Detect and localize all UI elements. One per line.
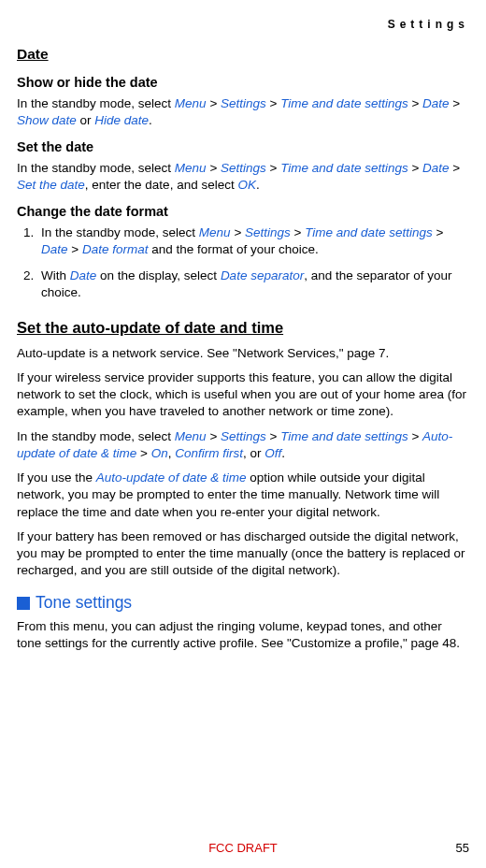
footer-draft-label: FCC DRAFT [0,840,486,857]
auto-update-p1: Auto-update is a network service. See "N… [17,345,469,362]
show-hide-date-text: In the standby mode, select Menu > Setti… [17,95,469,129]
separator: > [136,446,150,460]
time-date-settings-link: Time and date settings [280,96,407,110]
separator: > [408,96,422,110]
settings-link: Settings [221,429,266,443]
text-fragment: . [149,113,152,127]
auto-update-heading: Set the auto-update of date and time [17,317,469,338]
text-fragment: . [256,178,260,192]
hide-date-link: Hide date [94,113,149,127]
separator: > [450,161,461,175]
time-date-settings-link: Time and date settings [280,161,407,175]
menu-link: Menu [175,429,207,443]
separator: > [266,429,280,443]
date-separator-link: Date separator [221,268,304,282]
auto-update-p4: If you use the Auto-update of date & tim… [17,470,469,521]
settings-link: Settings [221,96,266,110]
square-bullet-icon [17,597,30,610]
change-date-format-heading: Change the date format [17,203,469,222]
date-link: Date [41,242,68,256]
text-fragment: , enter the date, and select [85,178,238,192]
separator: > [207,96,221,110]
time-date-settings-link: Time and date settings [280,429,407,443]
ok-link: OK [237,178,256,192]
auto-update-p5: If your battery has been removed or has … [17,528,469,580]
text-fragment: In the standby mode, select [17,429,175,443]
separator: > [266,96,280,110]
menu-link: Menu [199,225,231,239]
confirm-first-link: Confirm first [175,446,243,460]
list-item: With Date on the display, select Date se… [37,268,469,301]
show-hide-date-heading: Show or hide the date [17,74,469,93]
auto-update-p2: If your wireless service provider suppor… [17,369,469,421]
settings-link: Settings [221,161,266,175]
text-fragment: , or [243,446,264,460]
separator: > [68,242,82,256]
off-link: Off [264,446,281,460]
auto-update-link: Auto-update of date & time [96,470,247,485]
tone-settings-heading: Tone settings [17,592,469,615]
change-date-format-list: In the standby mode, select Menu > Setti… [17,224,469,302]
menu-link: Menu [175,96,207,110]
separator: > [450,96,461,110]
separator: > [207,161,221,175]
date-link: Date [70,268,97,282]
separator: > [408,429,422,443]
text-fragment: . [281,446,285,460]
date-link: Date [422,96,450,110]
date-heading: Date [17,45,469,65]
text-fragment: and the format of your choice. [148,242,318,256]
separator: > [433,225,444,239]
set-date-heading: Set the date [17,138,469,157]
page-number: 55 [456,840,469,857]
text-fragment: In the standby mode, select [17,161,175,175]
settings-link: Settings [245,225,291,239]
tone-settings-text: From this menu, you can adjust the ringi… [17,618,469,652]
separator: > [231,225,245,239]
menu-link: Menu [175,161,207,175]
set-the-date-link: Set the date [17,178,85,192]
running-header: Settings [17,17,469,32]
list-item: In the standby mode, select Menu > Setti… [37,224,469,258]
text-fragment: In the standby mode, select [17,96,175,110]
auto-update-p3: In the standby mode, select Menu > Setti… [17,428,469,462]
separator: > [291,225,305,239]
text-fragment: With [41,268,70,282]
text-fragment: If you use the [17,470,96,485]
show-date-link: Show date [17,113,77,127]
tone-settings-title: Tone settings [36,592,132,615]
date-link: Date [422,161,450,175]
separator: > [408,161,422,175]
text-fragment: In the standby mode, select [41,225,199,239]
on-link: On [151,446,168,460]
text-fragment: or [77,113,95,127]
date-format-link: Date format [82,242,149,256]
separator: > [207,429,221,443]
text-fragment: on the display, select [96,268,221,282]
separator: > [266,161,280,175]
set-date-text: In the standby mode, select Menu > Setti… [17,160,469,194]
time-date-settings-link: Time and date settings [305,225,432,239]
